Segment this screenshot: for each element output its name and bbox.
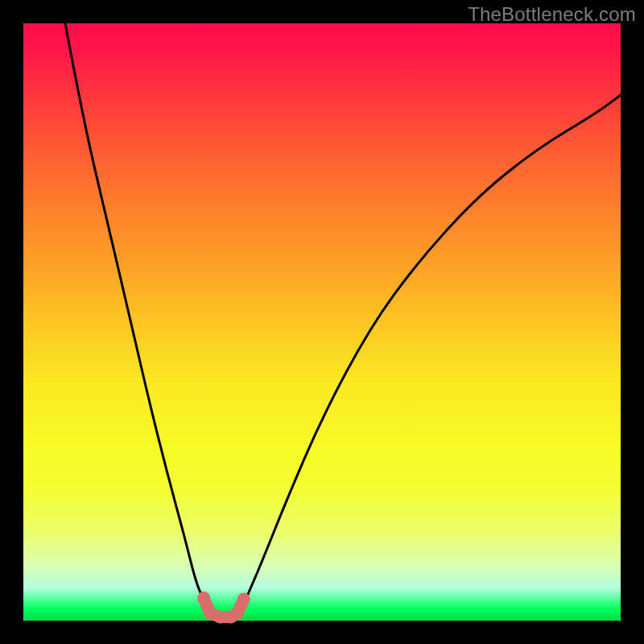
curve-marker [197,592,210,605]
curve-marker [237,592,250,605]
attribution-text: TheBottleneck.com [468,3,636,26]
chart-svg [23,23,621,621]
curve-markers [197,592,250,624]
curve-marker [231,607,244,620]
bottleneck-curve [65,23,621,617]
chart-plot-area [23,23,621,621]
